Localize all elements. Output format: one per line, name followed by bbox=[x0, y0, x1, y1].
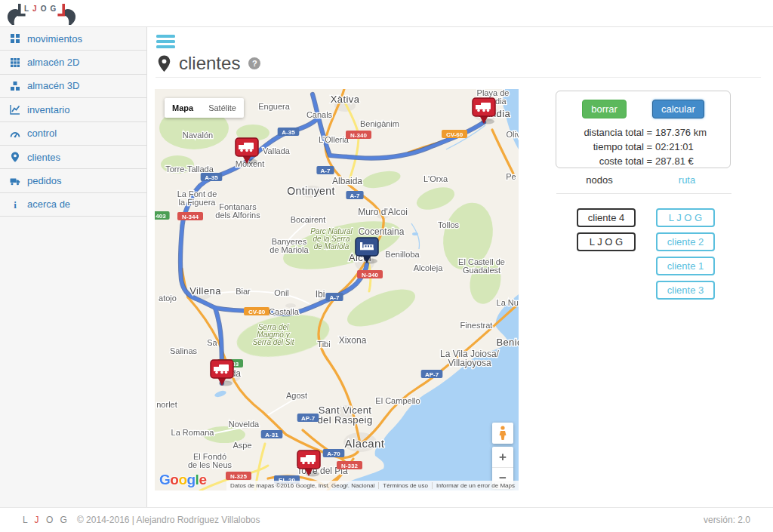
map-label: El Campello bbox=[375, 396, 420, 405]
page-pin-icon bbox=[158, 55, 171, 72]
map-label: Parc Naturalde la Serrade Mariola bbox=[310, 227, 353, 251]
truck-icon bbox=[10, 176, 20, 186]
logo-right-hand bbox=[65, 9, 75, 25]
main-content: clientes ? bbox=[148, 27, 773, 507]
map-label: L'Orxa bbox=[423, 174, 448, 183]
map-label: Banyeresde Mariola bbox=[269, 237, 309, 254]
grid-icon bbox=[10, 33, 20, 44]
map-label: Salinas bbox=[170, 346, 198, 355]
page-title: clientes bbox=[179, 53, 240, 74]
total-distance-value: 187.376 km bbox=[655, 125, 730, 140]
terms-link[interactable]: Términos de uso bbox=[378, 482, 432, 489]
map-label: La Vila Joiosa/Villajoyosa bbox=[440, 349, 499, 368]
footer-brand: L J O G bbox=[23, 515, 69, 525]
svg-text:N-332: N-332 bbox=[341, 463, 358, 469]
road-badge: N-340 bbox=[346, 131, 371, 139]
cubes-icon bbox=[10, 81, 20, 91]
sidebar-item-acerca-de[interactable]: i acerca de bbox=[0, 193, 146, 217]
node-button[interactable]: cliente 4 bbox=[577, 208, 636, 227]
map-label: Xàtiva bbox=[331, 94, 360, 105]
node-button[interactable]: L J O G bbox=[577, 232, 636, 251]
sidebar-item-almacen-3d[interactable]: almacén 3D bbox=[0, 75, 146, 98]
map-label: Sa bbox=[207, 338, 217, 347]
sidebar-item-control[interactable]: control bbox=[0, 122, 146, 146]
google-logo[interactable]: Google bbox=[159, 472, 206, 488]
footer: L J O G © 2014-2016 | Alejandro Rodrígue… bbox=[0, 507, 773, 532]
map-label: Enguera bbox=[258, 102, 290, 111]
map-label: Tibi bbox=[317, 340, 330, 349]
road-badge: 403 bbox=[155, 211, 170, 220]
sidebar-item-label: inventario bbox=[27, 104, 69, 115]
svg-text:CV-80: CV-80 bbox=[248, 309, 266, 315]
svg-text:403: 403 bbox=[156, 213, 166, 220]
svg-text:A-7: A-7 bbox=[350, 192, 360, 199]
map-type-satellite-button[interactable]: Satélite bbox=[201, 98, 244, 118]
route-column: L J O G cliente 2 cliente 1 cliente 3 bbox=[655, 208, 716, 300]
sidebar-item-almacen-2d[interactable]: almacén 2D bbox=[0, 51, 146, 74]
map-label: Muro d'Alcoi bbox=[358, 207, 408, 217]
map-label: Bocairent bbox=[291, 215, 325, 224]
th-icon bbox=[10, 57, 20, 68]
route-stop-button[interactable]: cliente 2 bbox=[656, 232, 715, 251]
svg-text:A-7: A-7 bbox=[321, 168, 331, 174]
road-badge: A-7 bbox=[346, 191, 363, 199]
road-badge: A-7 bbox=[325, 293, 343, 301]
sidebar-item-movimientos[interactable]: movimientos bbox=[0, 27, 146, 51]
svg-text:N-340: N-340 bbox=[362, 272, 378, 278]
logo-left-hand bbox=[8, 9, 18, 25]
total-time-value: 02:21:01 bbox=[655, 140, 730, 154]
total-distance-label: distancia total = bbox=[556, 125, 655, 140]
app-window: LJOG movimientos almacén 2D almacén 3D i… bbox=[0, 0, 773, 532]
help-icon[interactable]: ? bbox=[248, 57, 260, 69]
map-label: Aspe bbox=[233, 441, 251, 450]
map-label: El Fondóde les Neus bbox=[188, 452, 233, 469]
svg-text:i: i bbox=[14, 199, 17, 210]
route-stop-button[interactable]: cliente 1 bbox=[656, 257, 715, 275]
map-label: La Nuc bbox=[497, 298, 519, 307]
map-label: Fontanarsdels Alforins bbox=[215, 202, 260, 220]
sidebar-item-pedidos[interactable]: pedidos bbox=[0, 169, 146, 192]
map-label: Pe bbox=[506, 172, 516, 181]
pegman-icon bbox=[497, 426, 508, 441]
svg-text:AP-7: AP-7 bbox=[301, 415, 316, 422]
map-type-map-button[interactable]: Mapa bbox=[165, 98, 201, 118]
map-label: Navalón bbox=[183, 131, 213, 140]
map-attribution: Datos de mapas ©2016 Google, Inst. Geogr… bbox=[226, 481, 519, 490]
map-label: Benilloba bbox=[385, 250, 420, 259]
map-label: Serra delMaigmó ySerra del Sit bbox=[252, 323, 294, 346]
map-label: atojo bbox=[159, 294, 177, 303]
route-stop-button[interactable]: L J O G bbox=[656, 208, 715, 227]
road-badge: N-340 bbox=[357, 270, 383, 278]
sidebar-item-inventario[interactable]: inventario bbox=[0, 98, 146, 121]
calculate-button[interactable]: calcular bbox=[652, 100, 704, 118]
pegman-button[interactable] bbox=[492, 423, 513, 444]
menu-toggle-icon[interactable] bbox=[156, 35, 175, 48]
road-badge: A-35 bbox=[278, 128, 300, 136]
sidebar-item-label: control bbox=[27, 128, 57, 139]
tab-nodes[interactable]: nodos bbox=[556, 174, 643, 186]
report-error-link[interactable]: Informar de un error de Maps bbox=[432, 482, 519, 489]
footer-version: versión: 2.0 bbox=[704, 515, 750, 525]
map-canvas[interactable]: XàtivaEngueraCanalsBenigànimL'OlleriaNav… bbox=[155, 89, 519, 490]
total-cost-label: coste total = bbox=[556, 154, 655, 168]
map-label: Agost bbox=[286, 391, 307, 400]
svg-text:A-35: A-35 bbox=[282, 129, 295, 136]
total-cost-value: 287.81 € bbox=[655, 154, 730, 168]
map-label: El Castell deGuadalest bbox=[458, 257, 505, 275]
tab-route[interactable]: ruta bbox=[643, 174, 731, 186]
info-icon: i bbox=[10, 199, 20, 210]
line-chart-icon bbox=[10, 104, 20, 115]
clear-button[interactable]: borrar bbox=[582, 100, 627, 118]
road-badge: A-31 bbox=[261, 430, 283, 438]
zoom-in-button[interactable]: + bbox=[492, 447, 513, 468]
svg-text:AP-7: AP-7 bbox=[425, 371, 439, 378]
footer-copyright: © 2014-2016 | Alejandro Rodríguez Villal… bbox=[77, 515, 260, 525]
route-stop-button[interactable]: cliente 3 bbox=[656, 281, 715, 300]
road-badge: CV-80 bbox=[244, 307, 269, 315]
total-time-label: tiempo total = bbox=[556, 140, 655, 154]
svg-text:A-7: A-7 bbox=[330, 294, 340, 301]
map-label: Castalla bbox=[269, 307, 300, 316]
road-badge: A-70 bbox=[323, 449, 345, 457]
map-label: Torre-Tallada bbox=[165, 165, 214, 174]
sidebar-item-clientes[interactable]: clientes bbox=[0, 146, 146, 169]
